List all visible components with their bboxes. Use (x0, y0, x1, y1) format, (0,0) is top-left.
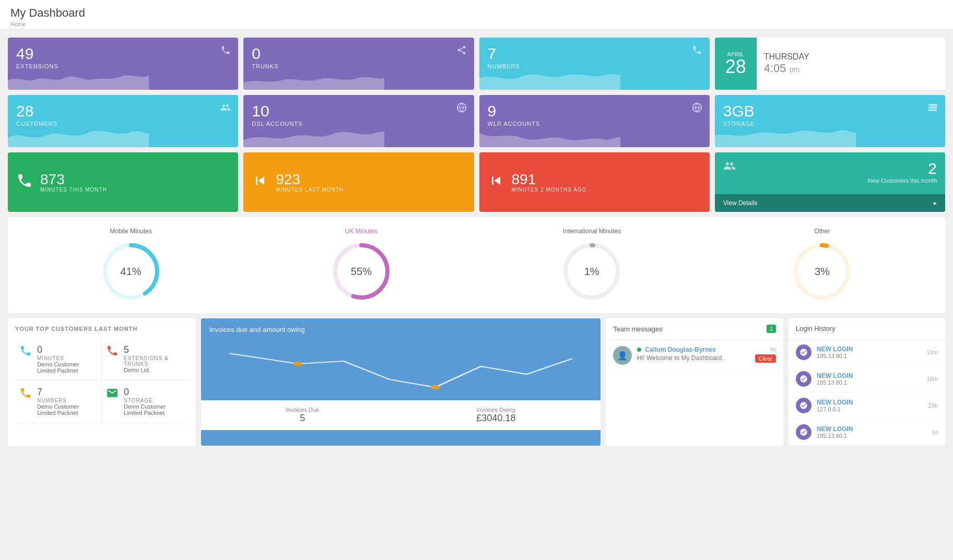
team-messages-badge: 1 (767, 325, 776, 333)
login-ip-0: 185.13.80.1 (817, 353, 853, 359)
minutes-two-months-card[interactable]: 891 MINUTES 2 MONTHS AGO (479, 152, 710, 212)
login-icon-3 (796, 424, 811, 440)
login-item-3: NEW LOGIN 185.13.80.1 1d (789, 419, 945, 446)
login-item-2: NEW LOGIN 127.0.0.1 23h (789, 392, 945, 419)
minutes-two-months-number: 891 (512, 172, 587, 187)
customer-item-0: 0 MINUTES Demo CustomerLimited Packnet (15, 338, 102, 380)
cal-day: 28 (725, 57, 746, 76)
customer-type-3: STORAGE (124, 398, 166, 403)
customer-item-1: 5 Extensions &Trunks Demo Ltd. (102, 338, 189, 380)
login-title-1: NEW LOGIN (817, 372, 853, 379)
invoices-due-value: 5 (286, 413, 320, 424)
cal-ampm: pm (790, 65, 799, 74)
stat-card-trunks[interactable]: 0 TRUNKS (243, 38, 474, 90)
customer-num-1: 5 (124, 344, 169, 355)
chart-uk: UK Minutes 55% (249, 228, 474, 303)
new-customers-label: New Customers this month (868, 177, 937, 184)
chart-international-percent: 1% (584, 266, 599, 278)
message-item-0: 👤 Callum Douglas-Byrnes Hi! Welcome to M… (606, 340, 783, 372)
breadcrumb: Home (10, 21, 943, 27)
cal-time-block: THURSDAY 4:05 pm (757, 38, 817, 90)
calendar-card: April 28 THURSDAY 4:05 pm (715, 38, 945, 90)
cal-day-name: THURSDAY (764, 52, 809, 62)
invoices-title: Invoices due and amount owing (201, 318, 601, 338)
login-detail-3: NEW LOGIN 185.13.80.1 (817, 425, 853, 439)
page-title: My Dashboard (10, 6, 943, 20)
login-title-0: NEW LOGIN (817, 345, 853, 353)
new-customers-icon (723, 160, 736, 175)
stats-grid-row2: 28 CUSTOMERS 10 DSL ACCOUNTS 9 WLR ACCOU… (8, 95, 945, 147)
customers-number: 28 (16, 102, 230, 120)
nc-footer[interactable]: View Details ▸ (715, 194, 945, 212)
login-title-3: NEW LOGIN (817, 425, 853, 433)
minutes-this-month-card[interactable]: 873 MINUTES THIS MONTH (8, 152, 238, 212)
login-history-title: Login History (789, 318, 945, 339)
charts-grid: Mobile Minutes 41% UK Minutes (18, 228, 935, 303)
customer-name-1: Demo Ltd. (124, 367, 169, 373)
chart-mobile: Mobile Minutes 41% (18, 228, 243, 303)
customer-detail-2: 7 NUMBERS Demo CustomerLimited Packnet (37, 387, 79, 416)
login-ip-2: 127.0.0.1 (817, 406, 853, 412)
chart-other-percent: 3% (815, 266, 830, 278)
chart-mobile-label: Mobile Minutes (18, 228, 243, 235)
customer-type-0: MINUTES (37, 355, 79, 361)
dsl-icon (456, 102, 467, 115)
login-detail-1: NEW LOGIN 185.13.80.1 (817, 372, 853, 386)
login-time-3: 1d (932, 429, 938, 435)
login-icon-2 (796, 398, 811, 413)
login-title-2: NEW LOGIN (817, 399, 853, 406)
customer-detail-1: 5 Extensions &Trunks Demo Ltd. (124, 344, 169, 373)
stat-card-numbers[interactable]: 7 NUMBERS (479, 38, 710, 90)
customer-detail-3: 0 STORAGE Demo CustomerLimited Packnet (124, 387, 166, 416)
cal-time-value: 4:05 (764, 62, 786, 75)
customers-grid: 0 MINUTES Demo CustomerLimited Packnet 5… (15, 338, 189, 423)
customer-type-1: Extensions &Trunks (124, 355, 169, 367)
team-messages-header: Team messages 1 (606, 318, 783, 340)
chart-international-label: International Minutes (479, 228, 704, 235)
invoices-chart (201, 338, 601, 400)
wlr-number: 9 (488, 102, 701, 120)
chart-mobile-percent: 41% (121, 266, 142, 278)
customer-name-3: Demo CustomerLimited Packnet (124, 403, 166, 416)
stat-card-storage[interactable]: 3GB STORAGE (715, 95, 945, 147)
top-customers-title: YOUR TOP CUSTOMERS LAST MONTH (15, 326, 189, 332)
minutes-last-month-card[interactable]: 923 MINUTES LAST MONTH (243, 152, 474, 212)
trunks-number: 0 (252, 45, 465, 62)
customer-item-3: 0 STORAGE Demo CustomerLimited Packnet (102, 380, 189, 423)
customer-icon-2 (19, 387, 32, 402)
new-customers-card[interactable]: 2 New Customers this month View Details … (715, 152, 945, 212)
stat-card-wlr[interactable]: 9 WLR ACCOUNTS (479, 95, 710, 147)
message-text-0: Hi! Welcome to My Dashboard. (637, 354, 724, 362)
login-detail-0: NEW LOGIN 185.13.80.1 (817, 345, 853, 359)
customer-icon-3 (106, 387, 119, 402)
customer-name-0: Demo CustomerLimited Packnet (37, 361, 79, 374)
login-time-0: 10m (927, 349, 938, 355)
view-details-arrow: ▸ (934, 199, 937, 207)
customer-type-2: NUMBERS (37, 398, 79, 403)
cal-time: 4:05 pm (764, 62, 809, 75)
login-item-0: NEW LOGIN 185.13.80.1 10m (789, 339, 945, 366)
extensions-number: 49 (16, 45, 230, 62)
main-content: 49 EXTENSIONS 0 TRUNKS 7 NUMBERS (0, 30, 953, 454)
customers-icon (220, 102, 231, 115)
login-icon-1 (796, 371, 811, 387)
customer-icon-1 (106, 344, 119, 360)
clear-message-button[interactable]: Clear (755, 354, 776, 363)
customer-item-2: 7 NUMBERS Demo CustomerLimited Packnet (15, 380, 102, 423)
customer-icon-0 (19, 344, 32, 360)
stat-card-dsl[interactable]: 10 DSL ACCOUNTS (243, 95, 474, 147)
invoices-card: Invoices due and amount owing Invoices D… (201, 318, 601, 446)
login-detail-2: NEW LOGIN 127.0.0.1 (817, 399, 853, 412)
message-time-0: 4s (770, 346, 776, 352)
storage-icon (927, 102, 938, 115)
svg-point-11 (430, 385, 440, 389)
stat-card-extensions[interactable]: 49 EXTENSIONS (8, 38, 238, 90)
customer-detail-0: 0 MINUTES Demo CustomerLimited Packnet (37, 344, 79, 374)
message-meta-0: 4s Clear (755, 346, 776, 365)
stat-card-customers[interactable]: 28 CUSTOMERS (8, 95, 238, 147)
message-name-0: Callum Douglas-Byrnes (637, 346, 724, 353)
numbers-number: 7 (488, 45, 701, 62)
minutes-this-month-label: MINUTES THIS MONTH (40, 187, 107, 193)
charts-section: Mobile Minutes 41% UK Minutes (8, 217, 945, 313)
login-ip-3: 185.13.80.1 (817, 433, 853, 439)
